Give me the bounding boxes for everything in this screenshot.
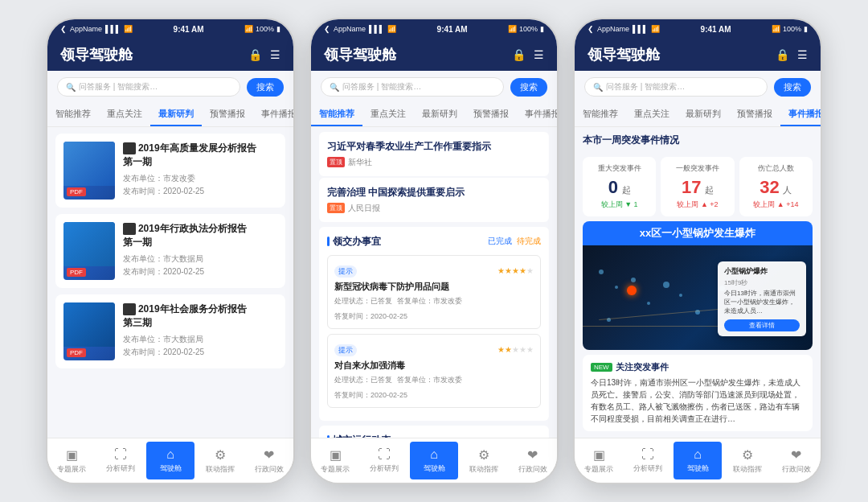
tab-1-warning[interactable]: 预警播报 bbox=[202, 103, 253, 126]
menu-icon-3[interactable]: ☰ bbox=[797, 48, 808, 61]
map-area: 小型锅炉爆炸 15时9秒 今日13时许，南通市崇州区一小型锅炉发生爆炸，未造成人… bbox=[583, 245, 813, 350]
news-source-2: 置顶 人民日报 bbox=[327, 203, 541, 214]
nav-1-command[interactable]: ⚙ 联动指挥 bbox=[196, 438, 244, 483]
carrier-3: ❮ AppName ▌▌▌ 📶 bbox=[588, 25, 660, 33]
search-bar-2: 🔍 问答服务 | 智能搜索… 搜索 bbox=[311, 71, 557, 103]
search-icon-3: 🔍 bbox=[593, 83, 603, 92]
analysis-icon-1: ⛶ bbox=[114, 447, 127, 462]
nav-label-cockpit-1: 驾驶舱 bbox=[160, 463, 182, 474]
back-icon-3: ❮ bbox=[588, 25, 594, 33]
stars-1: ★★★★★ bbox=[497, 262, 534, 277]
phone-1: ❮ AppName ▌▌▌ 📶 9:41 AM 📶 100% ▮ 领导驾驶舱 🔒… bbox=[46, 18, 295, 484]
task-unit-2: 答复单位：市发改委 bbox=[397, 375, 462, 385]
nav-1-admin[interactable]: ❤ 行政问效 bbox=[245, 438, 293, 483]
tab-1-latest[interactable]: 最新研判 bbox=[150, 103, 202, 126]
lock-icon-2[interactable]: 🔒 bbox=[512, 48, 526, 61]
stat-number-0: 0 bbox=[608, 177, 618, 197]
lock-icon-3[interactable]: 🔒 bbox=[776, 48, 789, 61]
nav-2-admin[interactable]: ❤ 行政问效 bbox=[509, 438, 557, 483]
task-item-2[interactable]: 提示 ★★★★★ 对自来水加强消毒 处理状态：已答复 答复单位：市发改委 答复时… bbox=[327, 334, 541, 408]
tab-3-latest[interactable]: 最新研判 bbox=[678, 103, 729, 126]
nav-2-analysis[interactable]: ⛶ 分析研判 bbox=[359, 438, 407, 483]
task-item-1[interactable]: 提示 ★★★★★ 新型冠状病毒下防护用品问题 处理状态：已答复 答复单位：市发改… bbox=[327, 255, 541, 329]
nav-2-cockpit[interactable]: ⌂ 驾驶舱 bbox=[410, 442, 458, 479]
lock-icon-1[interactable]: 🔒 bbox=[248, 48, 262, 61]
phones-container: ❮ AppName ▌▌▌ 📶 9:41 AM 📶 100% ▮ 领导驾驶舱 🔒… bbox=[0, 2, 868, 500]
tab-1-event[interactable]: 事件播报 bbox=[253, 103, 293, 126]
news-alert: NEW 关注突发事件 今日13时许，南通市崇州区一小型锅炉发生爆炸，未造成人员死… bbox=[583, 355, 813, 431]
status-done: 已完成 bbox=[488, 236, 512, 247]
tab-3-warning[interactable]: 预警播报 bbox=[729, 103, 780, 126]
battery-text-3: 100% bbox=[783, 25, 801, 33]
report-info-2: ██ 2019年行政执法分析报告第一期 发布单位：市大数据局 发布时间：2020… bbox=[123, 222, 277, 278]
signal-icon-3: ▌▌▌ bbox=[633, 25, 648, 33]
search-button-3[interactable]: 搜索 bbox=[774, 78, 811, 97]
nav-2-showcase[interactable]: ▣ 专题展示 bbox=[311, 438, 359, 483]
carrier-text-1: AppName bbox=[70, 25, 102, 33]
header-icons-1: 🔒 ☰ bbox=[248, 48, 280, 61]
tab-1-focus[interactable]: 重点关注 bbox=[99, 103, 150, 126]
nav-1-showcase[interactable]: ▣ 专题展示 bbox=[47, 438, 96, 483]
status-bar-2: ❮ AppName ▌▌▌ 📶 9:41 AM 📶 100% ▮ bbox=[311, 19, 557, 39]
tab-3-event[interactable]: 事件播报 bbox=[780, 103, 821, 126]
tab-2-recommend[interactable]: 智能推荐 bbox=[311, 103, 362, 126]
wifi-icon-2: 📶 bbox=[387, 25, 396, 33]
cockpit-icon-3: ⌂ bbox=[694, 447, 702, 462]
nav-1-analysis[interactable]: ⛶ 分析研判 bbox=[96, 438, 144, 483]
carrier-text-3: AppName bbox=[597, 25, 629, 33]
showcase-icon-3: ▣ bbox=[593, 447, 605, 463]
dynamics-section: 城市运行动态 发现 2 预警 今日监测预警 水环境质量 本市水源地水质9个自动站… bbox=[319, 426, 549, 438]
stat-label-1: 一般突发事件 bbox=[667, 163, 727, 174]
map-dot-3 bbox=[631, 278, 636, 282]
tabs-3: 智能推荐 重点关注 最新研判 预警播报 事件播报 bbox=[575, 103, 821, 127]
map-title-bar: xx区一小型锅炉发生爆炸 bbox=[583, 221, 813, 245]
nav-label-command-3: 联动指挥 bbox=[733, 464, 762, 475]
nav-3-command[interactable]: ⚙ 联动指挥 bbox=[723, 438, 772, 483]
search-button-1[interactable]: 搜索 bbox=[247, 78, 284, 97]
menu-icon-1[interactable]: ☰ bbox=[270, 48, 280, 61]
tab-2-warning[interactable]: 预警播报 bbox=[465, 103, 517, 126]
nav-2-command[interactable]: ⚙ 联动指挥 bbox=[460, 438, 508, 483]
source-name-2: 人民日报 bbox=[348, 203, 380, 214]
nav-label-command-1: 联动指挥 bbox=[206, 464, 235, 475]
stat-card-0: 重大突发事件 0 起 较上周 ▼ 1 bbox=[583, 157, 656, 216]
news-item-2[interactable]: 完善治理 中国探索提供重要启示 置顶 人民日报 bbox=[319, 178, 549, 222]
menu-icon-2[interactable]: ☰ bbox=[534, 48, 544, 61]
section-title: 领交办事宜 bbox=[327, 235, 381, 249]
news-alert-title: 关注突发事件 bbox=[616, 361, 669, 373]
battery-icon-1: ▮ bbox=[276, 25, 280, 33]
showcase-icon-2: ▣ bbox=[330, 447, 342, 463]
section-title-3: 本市一周突发事件情况 bbox=[575, 127, 821, 150]
battery-3: 📶 100% ▮ bbox=[772, 25, 808, 33]
tab-2-event[interactable]: 事件播报 bbox=[517, 103, 557, 126]
bottom-nav-1: ▣ 专题展示 ⛶ 分析研判 ⌂ 驾驶舱 ⚙ 联动指挥 ❤ 行政问效 bbox=[47, 438, 293, 483]
phone-2: ❮ AppName ▌▌▌ 📶 9:41 AM 📶 100% ▮ 领导驾驶舱 🔒… bbox=[309, 18, 559, 484]
header-icons-2: 🔒 ☰ bbox=[512, 48, 544, 61]
time-1: 9:41 AM bbox=[174, 25, 204, 34]
news-item-1[interactable]: 习近平对春季农业生产工作作重要指示 置顶 新华社 bbox=[319, 132, 549, 176]
nav-3-showcase[interactable]: ▣ 专题展示 bbox=[575, 438, 623, 483]
tab-3-recommend[interactable]: 智能推荐 bbox=[575, 103, 626, 126]
battery-icon-3: ▮ bbox=[804, 25, 808, 33]
popup-btn[interactable]: 查看详情 bbox=[724, 319, 800, 331]
nav-3-admin[interactable]: ❤ 行政问效 bbox=[772, 438, 821, 483]
nav-1-cockpit[interactable]: ⌂ 驾驶舱 bbox=[146, 442, 194, 479]
signal-icon-1: ▌▌▌ bbox=[105, 25, 121, 33]
tabs-1: 智能推荐 重点关注 最新研判 预警播报 事件播报 bbox=[47, 103, 293, 127]
nav-3-analysis[interactable]: ⛶ 分析研判 bbox=[623, 438, 671, 483]
app-title-1: 领导驾驶舱 bbox=[60, 45, 133, 64]
news-title-1: 习近平对春季农业生产工作作重要指示 bbox=[327, 140, 541, 154]
nav-label-analysis-3: 分析研判 bbox=[633, 463, 662, 474]
nav-3-cockpit[interactable]: ⌂ 驾驶舱 bbox=[674, 442, 722, 479]
task-date-2: 答复时间：2020-02-25 bbox=[334, 390, 407, 401]
tab-3-focus[interactable]: 重点关注 bbox=[626, 103, 678, 126]
report-meta-3: 发布单位：市大数据局 发布时间：2020-02-25 bbox=[123, 333, 277, 359]
news-alert-header: NEW 关注突发事件 bbox=[591, 361, 805, 373]
map-dot-5 bbox=[663, 282, 669, 288]
wifi-icon-3: 📶 bbox=[651, 25, 660, 33]
tab-1-recommend[interactable]: 智能推荐 bbox=[47, 103, 99, 126]
search-button-2[interactable]: 搜索 bbox=[510, 78, 547, 97]
tab-2-latest[interactable]: 最新研判 bbox=[414, 103, 465, 126]
tab-2-focus[interactable]: 重点关注 bbox=[362, 103, 414, 126]
map-card: xx区一小型锅炉发生爆炸 小 bbox=[583, 221, 813, 350]
